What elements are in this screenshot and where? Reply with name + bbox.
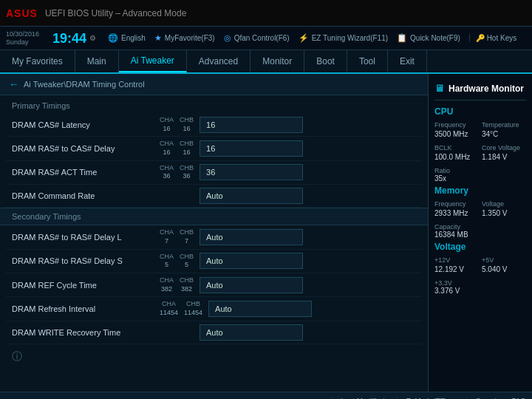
- nav-ai-tweaker[interactable]: Ai Tweaker: [119, 50, 187, 72]
- qfan-btn[interactable]: ◎ Qfan Control(F6): [224, 33, 290, 43]
- nav-bar: My Favorites Main Ai Tweaker Advanced Mo…: [0, 50, 532, 74]
- table-row: DRAM Command Rate CHA CHB Auto: [6, 185, 422, 208]
- memory-grid: Frequency Voltage 2933 MHz 1.350 V: [434, 200, 526, 217]
- eztuning-btn[interactable]: ⚡ EZ Tuning Wizard(F11): [299, 33, 388, 43]
- table-row: DRAM Refresh Interval CHA11454 CHB11454 …: [6, 297, 422, 321]
- top-bar: ASUS UEFI BIOS Utility – Advanced Mode: [0, 0, 532, 27]
- note-icon: 📋: [397, 33, 407, 43]
- left-panel: ← Ai Tweaker\DRAM Timing Control Primary…: [0, 74, 429, 392]
- cpu-bclk-grid: BCLK Core Voltage 100.0 MHz 1.184 V: [434, 144, 526, 161]
- back-arrow[interactable]: ←: [9, 78, 19, 90]
- dram-write-recovery-label: DRAM WRITE Recovery Time: [12, 328, 160, 337]
- nav-monitor[interactable]: Monitor: [250, 50, 304, 72]
- tuning-icon: ⚡: [299, 33, 309, 43]
- dram-cas-value[interactable]: 16: [200, 117, 303, 133]
- bios-title: UEFI BIOS Utility – Advanced Mode: [45, 8, 186, 18]
- dram-cmd-rate-value[interactable]: Auto: [200, 188, 303, 204]
- main-content: ← Ai Tweaker\DRAM Timing Control Primary…: [0, 74, 532, 392]
- table-row: DRAM RAS# to RAS# Delay L CHA7 CHB7 Auto: [6, 225, 422, 249]
- datetime: 10/30/2016 Sunday: [6, 30, 47, 47]
- star-icon: ★: [154, 33, 162, 43]
- info-icon-area: ⓘ: [0, 344, 428, 369]
- dram-ras-ras-l-label: DRAM RAS# to RAS# Delay L: [12, 233, 160, 242]
- table-row: DRAM CAS# Latency CHA16 CHB16 16: [6, 113, 422, 137]
- language-icon: 🌐: [108, 33, 118, 43]
- cha-chb-ras-act: CHA36 CHB36: [160, 164, 194, 181]
- info-icon: ⓘ: [12, 350, 22, 362]
- cpu-ratio: Ratio 35x: [434, 167, 526, 183]
- dram-ras-cas-label: DRAM RAS# to CAS# Delay: [12, 144, 160, 153]
- cpu-grid: Frequency Temperature 3500 MHz 34°C: [434, 121, 526, 138]
- dram-cmd-rate-label: DRAM Command Rate: [12, 191, 160, 200]
- table-row: DRAM WRITE Recovery Time CHA CHB Auto: [6, 321, 422, 344]
- nav-exit[interactable]: Exit: [388, 50, 427, 72]
- sec-row-4-value[interactable]: Auto: [200, 324, 303, 341]
- gear-icon: ⚙: [89, 34, 96, 42]
- monitor-icon: 🖥: [434, 83, 444, 94]
- time-display: 19:44: [52, 32, 86, 45]
- hotkeys[interactable]: 🔑 Hot Keys: [469, 34, 516, 42]
- dram-refresh-interval-label: DRAM Refresh Interval: [12, 304, 160, 313]
- cha-chb-cas: CHA16 CHB16: [160, 116, 194, 133]
- memory-capacity: Capacity 16384 MB: [434, 223, 526, 239]
- dram-ras-ras-s-label: DRAM RAS# to RAS# Delay S: [12, 256, 160, 265]
- dram-ras-act-label: DRAM RAS# ACT Time: [12, 168, 160, 177]
- asus-logo: ASUS: [6, 7, 38, 19]
- voltage-33: +3.3V 3.376 V: [434, 279, 526, 295]
- memory-section-title: Memory: [434, 185, 526, 196]
- sec-row-3-value[interactable]: Auto: [208, 301, 312, 317]
- sec-row-1-value[interactable]: Auto: [200, 253, 303, 269]
- nav-tool[interactable]: Tool: [347, 50, 388, 72]
- voltage-grid: +12V +5V 12.192 V 5.040 V: [434, 256, 526, 273]
- hw-monitor-title: 🖥 Hardware Monitor: [434, 80, 526, 100]
- myfavorite-btn[interactable]: ★ MyFavorite(F3): [154, 33, 215, 43]
- dram-ras-cas-value[interactable]: 16: [200, 140, 303, 157]
- table-row: DRAM RAS# ACT Time CHA36 CHB36 36: [6, 161, 422, 185]
- table-row: DRAM REF Cycle Time CHA382 CHB382 Auto: [6, 273, 422, 297]
- fan-icon: ◎: [224, 33, 231, 43]
- secondary-timing-rows: DRAM RAS# to RAS# Delay L CHA7 CHB7 Auto…: [0, 225, 428, 344]
- info-bar: 10/30/2016 Sunday 19:44 ⚙ 🌐 English ★ My…: [0, 27, 532, 50]
- bottom-bar: Last Modified EzMode(F7)→ Search on FAQ: [0, 392, 532, 399]
- dram-ras-act-value[interactable]: 36: [200, 164, 303, 180]
- cpu-section-title: CPU: [434, 106, 526, 117]
- primary-timing-rows: DRAM CAS# Latency CHA16 CHB16 16 DRAM RA…: [0, 113, 428, 208]
- table-row: DRAM RAS# to RAS# Delay S CHA5 CHB5 Auto: [6, 250, 422, 273]
- info-items: 🌐 English ★ MyFavorite(F3) ◎ Qfan Contro…: [108, 33, 526, 43]
- breadcrumb: ← Ai Tweaker\DRAM Timing Control: [0, 74, 428, 95]
- sec-row-0-value[interactable]: Auto: [200, 229, 303, 245]
- hardware-monitor-panel: 🖥 Hardware Monitor CPU Frequency Tempera…: [429, 74, 532, 392]
- language-selector[interactable]: 🌐 English: [108, 33, 146, 43]
- nav-boot[interactable]: Boot: [304, 50, 347, 72]
- nav-main[interactable]: Main: [75, 50, 119, 72]
- nav-advanced[interactable]: Advanced: [187, 50, 250, 72]
- cha-chb-ras-cas: CHA16 CHB16: [160, 140, 194, 157]
- dram-ref-cycle-label: DRAM REF Cycle Time: [12, 281, 160, 290]
- primary-timings-label: Primary Timings: [0, 95, 428, 113]
- table-row: DRAM RAS# to CAS# Delay CHA16 CHB16 16: [6, 137, 422, 160]
- breadcrumb-path: Ai Tweaker\DRAM Timing Control: [24, 80, 145, 89]
- dram-cas-label: DRAM CAS# Latency: [12, 120, 160, 129]
- secondary-timings-label: Secondary Timings: [0, 208, 428, 225]
- sec-row-2-value[interactable]: Auto: [200, 277, 303, 293]
- nav-my-favorites[interactable]: My Favorites: [0, 50, 75, 72]
- quicknote-btn[interactable]: 📋 Quick Note(F9): [397, 33, 460, 43]
- voltage-section-title: Voltage: [434, 242, 526, 252]
